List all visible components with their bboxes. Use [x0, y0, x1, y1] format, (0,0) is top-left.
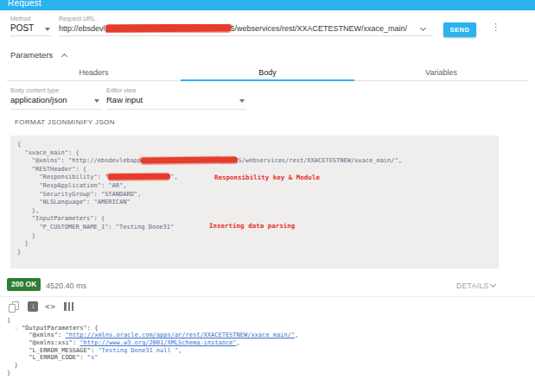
content-type-select[interactable]: application/json — [10, 95, 67, 104]
code-text: "@xmlns": "http://ebsdevlebapp — [17, 157, 141, 164]
code-line: } — [17, 249, 492, 257]
response-line: } — [7, 370, 298, 377]
code-line: "SecurityGroup": "STANDARD", — [17, 191, 492, 199]
response-line: { — [7, 317, 298, 325]
response-text: , — [178, 347, 182, 354]
code-text: S/webservices/rest/XXACETESTNEW/xxace_ma… — [238, 157, 402, 164]
code-text: } — [17, 240, 29, 247]
tab-headers[interactable]: Headers — [7, 64, 181, 80]
response-link[interactable]: "http://xmlns.oracle.com/apps/ar/rest/XX… — [65, 332, 295, 338]
response-line: "L_ERROR_MESSAGE": "Testing Done31 null … — [7, 347, 298, 355]
code-line: } — [17, 240, 492, 249]
code-line: "@xmlns": "http://ebsdevlebappS/webservi… — [17, 157, 492, 166]
code-line: "RESTHeader": { — [17, 166, 492, 174]
save-response-icon[interactable]: ↓ — [28, 301, 38, 312]
editor-view-underline — [106, 109, 246, 110]
method-dropdown-icon[interactable] — [45, 28, 50, 31]
response-text: } — [7, 362, 18, 369]
request-body-editor[interactable]: { "xxace_main": { "@xmlns": "http://ebsd… — [10, 136, 499, 269]
code-line: } — [17, 232, 492, 241]
method-label: Method — [10, 16, 30, 22]
source-view-icon[interactable]: <> — [45, 302, 56, 311]
copy-front-sheet — [9, 304, 16, 313]
response-text: , — [295, 332, 298, 338]
editor-view-label: Editor view — [106, 87, 136, 93]
response-text: : — [80, 354, 86, 361]
code-text: } — [17, 249, 21, 256]
code-text: ", — [170, 174, 177, 180]
response-text — [7, 332, 29, 338]
code-text: "RESTHeader": { — [17, 166, 86, 173]
code-text: "P_CUSTOMER_NAME_1": "Testing Done31" — [17, 224, 174, 231]
redaction-scribble — [141, 157, 238, 164]
copy-response-icon[interactable] — [9, 301, 19, 313]
panel-title: Request — [8, 0, 535, 8]
annotation-input-parsing: Inserting data parsing — [209, 222, 295, 231]
tab-body[interactable]: Body — [181, 64, 354, 80]
parameters-collapse-icon[interactable] — [61, 54, 67, 60]
request-url-input[interactable]: http://ebsdevl5/webservices/rest/XXACETE… — [59, 24, 422, 33]
editor-view-select[interactable]: Raw input — [106, 95, 143, 104]
format-json-button[interactable]: FORMAT JSON — [15, 118, 67, 126]
response-line: "@xmlns:xsi": "http://www.w3.org/2001/XM… — [7, 339, 298, 347]
response-text: "Testing Done31 null " — [98, 347, 178, 354]
url-underline — [59, 35, 432, 36]
code-text: "Responsibility": " — [17, 174, 108, 180]
response-line: "L_ERROR_CODE": "s" — [7, 354, 298, 362]
response-text: "L_ERROR_MESSAGE" — [29, 347, 91, 354]
response-text — [7, 339, 29, 346]
code-text: }, — [17, 207, 39, 214]
content-type-dropdown-icon[interactable] — [94, 99, 99, 103]
response-time: 4520.40 ms — [46, 281, 86, 290]
code-text: { — [17, 141, 21, 148]
details-chevron-icon[interactable] — [490, 281, 496, 288]
code-line: { — [17, 141, 492, 149]
code-line: }, — [17, 207, 492, 216]
minify-json-button[interactable]: MINIFY JSON — [67, 118, 115, 126]
redaction-scribble — [105, 24, 231, 33]
table-columns-icon[interactable] — [64, 302, 74, 311]
code-line: "xxace_main": { — [17, 149, 492, 158]
editor-view-dropdown-icon[interactable] — [239, 99, 245, 103]
url-suffix: 5/webservices/rest/XXACETESTNEW/xxace_ma… — [231, 24, 408, 33]
response-text — [7, 347, 29, 354]
response-text: "s" — [87, 354, 99, 361]
response-text: { — [7, 317, 10, 324]
annotation-responsibility: Responsibility key & Module — [214, 174, 320, 182]
code-line: "NLSLanguage": "AMERICAN" — [17, 199, 492, 207]
method-underline — [10, 35, 51, 36]
status-badge: 200 OK — [7, 278, 41, 291]
code-text: "xxace_main": { — [17, 149, 80, 156]
request-body-code: { "xxace_main": { "@xmlns": "http://ebsd… — [17, 141, 492, 256]
response-body: { - "OutputParameters": { "@xmlns": "htt… — [7, 317, 298, 377]
code-text: } — [17, 232, 35, 239]
code-text: "RespApplication": "AR", — [17, 182, 126, 189]
response-text: , — [237, 339, 240, 346]
request-panel-header: Request — [0, 0, 535, 10]
response-text: "L_ERROR_CODE" — [29, 354, 80, 361]
code-text: "SecurityGroup": "STANDARD", — [17, 191, 141, 198]
tab-variables[interactable]: Variables — [354, 64, 528, 80]
response-link[interactable]: "http://www.w3.org/2001/XMLSchema-instan… — [80, 339, 236, 346]
response-text: "OutputParameters": { — [22, 325, 99, 332]
request-url-label: Request URL — [59, 16, 95, 22]
redaction-scribble — [108, 174, 170, 180]
code-line: "RespApplication": "AR", — [17, 182, 492, 191]
response-text: } — [7, 370, 10, 376]
kebab-menu-icon[interactable]: ⋮ — [491, 22, 500, 32]
response-text: "@xmlns:xsi" — [29, 339, 73, 346]
code-text: "NLSLanguage": "AMERICAN" — [17, 199, 131, 205]
send-button[interactable]: SEND — [443, 22, 476, 37]
parameters-tabs: Headers Body Variables — [7, 64, 528, 81]
method-select[interactable]: POST — [10, 23, 34, 33]
response-text — [7, 354, 29, 361]
response-line: "@xmlns": "http://xmlns.oracle.com/apps/… — [7, 332, 298, 339]
code-text: "InputParameters": { — [17, 215, 105, 222]
content-type-label: Body content type — [10, 87, 59, 93]
parameters-section-label: Parameters — [10, 50, 53, 60]
response-line: - "OutputParameters": { — [7, 325, 298, 332]
response-text: "@xmlns" — [29, 332, 58, 338]
response-line: } — [7, 362, 298, 370]
content-type-underline — [10, 109, 102, 110]
details-toggle[interactable]: DETAILS — [456, 281, 489, 290]
